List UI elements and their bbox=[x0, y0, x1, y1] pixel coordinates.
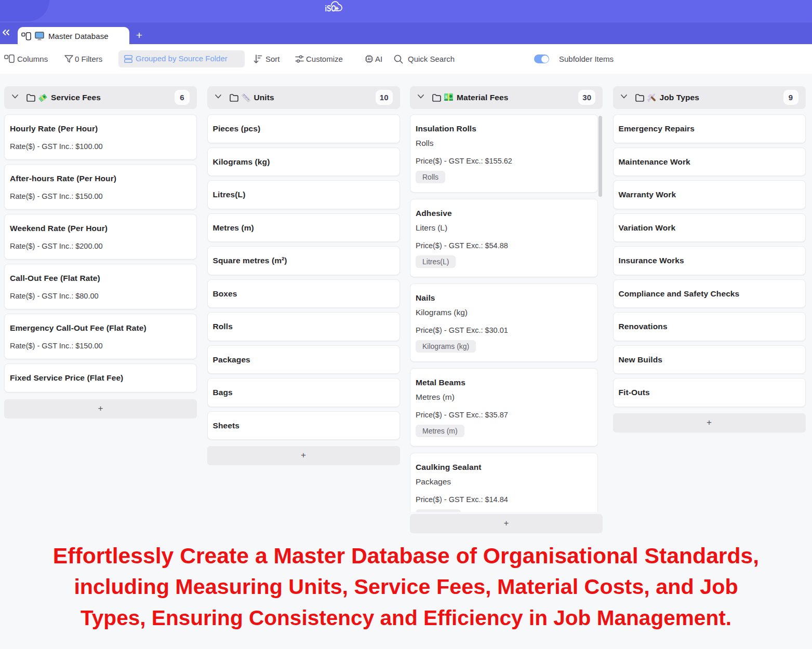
svg-text:AI: AI bbox=[367, 57, 371, 61]
svg-text:$: $ bbox=[445, 95, 447, 99]
svg-text:iSO: iSO bbox=[325, 4, 336, 13]
